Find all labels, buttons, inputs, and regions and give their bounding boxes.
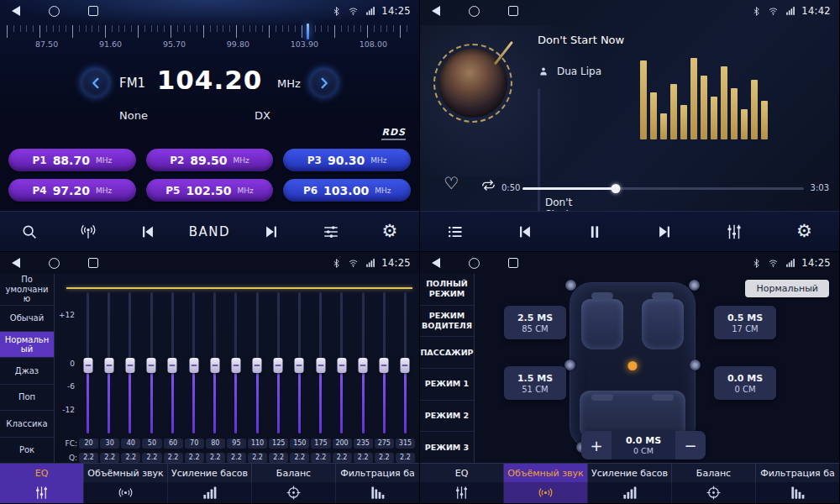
preset-button-p6[interactable]: P6103.00MHz [283, 179, 411, 202]
filter-icon[interactable] [756, 482, 839, 503]
back-icon[interactable] [432, 258, 440, 268]
preset-button-p3[interactable]: P390.30MHz [283, 149, 411, 171]
slider-knob[interactable] [295, 358, 304, 373]
balance-icon[interactable] [672, 482, 756, 503]
audio-tab-eq[interactable]: EQ [420, 464, 504, 482]
seek-up-button[interactable] [309, 68, 339, 97]
surround-speaker-icon[interactable] [504, 482, 588, 503]
slider-knob[interactable] [337, 358, 346, 373]
audio-tab-bass-boost[interactable]: Усиление басов [168, 464, 252, 482]
eq-band-slider-315[interactable] [395, 292, 416, 433]
back-icon[interactable] [12, 258, 20, 268]
previous-icon[interactable] [130, 214, 165, 249]
eq-band-slider-30[interactable] [98, 292, 119, 433]
slider-knob[interactable] [253, 358, 262, 373]
surround-mode-mode-3[interactable]: РЕЖИМ 3 [420, 432, 474, 464]
delay-increase-button[interactable]: + [581, 431, 612, 459]
back-icon[interactable] [432, 6, 440, 16]
surround-mode-full[interactable]: ПОЛНЫЙ РЕЖИМ [420, 274, 474, 306]
tune-sliders-icon[interactable] [313, 214, 349, 249]
preset-button-p4[interactable]: P497.20MHz [8, 179, 136, 202]
slider-knob[interactable] [189, 358, 198, 373]
eq-band-slider-275[interactable] [374, 292, 395, 433]
delay-card-rear-right[interactable]: 0.0 MS 0 CM [714, 366, 776, 400]
slider-knob[interactable] [359, 358, 368, 373]
preset-button-p1[interactable]: P188.70MHz [8, 149, 136, 171]
surround-mode-mode-1[interactable]: РЕЖИМ 1 [420, 369, 474, 401]
listening-position-dot[interactable] [628, 361, 638, 370]
eq-sliders-icon[interactable] [420, 482, 504, 503]
audio-tab-surround[interactable]: Объёмный звук [504, 464, 588, 482]
delay-card-front-right[interactable]: 0.5 MS 17 CM [714, 306, 776, 339]
eq-preset-default[interactable]: По умолчанию [0, 274, 54, 306]
audio-tab-eq[interactable]: EQ [0, 464, 84, 482]
bass-boost-icon[interactable] [588, 482, 672, 503]
surround-mode-mode-2[interactable]: РЕЖИМ 2 [420, 401, 474, 433]
slider-knob[interactable] [125, 358, 134, 373]
band-button[interactable]: BAND [189, 214, 230, 249]
slider-knob[interactable] [104, 358, 113, 373]
bass-boost-icon[interactable] [168, 482, 252, 503]
eq-preset-jazz[interactable]: Джаз [0, 358, 54, 384]
repeat-icon[interactable] [480, 177, 496, 197]
preset-button-p2[interactable]: P289.50MHz [146, 149, 274, 171]
eq-band-slider-235[interactable] [352, 292, 373, 433]
delay-decrease-button[interactable]: − [675, 431, 706, 459]
surround-speaker-icon[interactable] [84, 482, 168, 503]
audio-tab-balance[interactable]: Баланс [672, 464, 756, 482]
audio-tab-surround[interactable]: Объёмный звук [84, 464, 168, 482]
audio-tab-filter[interactable]: Фильтрация ба [336, 464, 419, 482]
slider-knob[interactable] [168, 358, 177, 373]
eq-band-slider-80[interactable] [204, 292, 225, 433]
delay-card-front-left[interactable]: 2.5 MS 85 CM [504, 306, 566, 339]
delay-card-rear-left[interactable]: 1.5 MS 51 CM [504, 366, 566, 400]
progress-bar[interactable] [522, 187, 804, 190]
tuning-pointer[interactable] [307, 24, 309, 39]
back-icon[interactable] [12, 6, 20, 16]
home-circle-icon[interactable] [49, 258, 60, 269]
audio-tab-bass-boost[interactable]: Усиление басов [588, 464, 672, 482]
eq-preset-classic[interactable]: Классика [0, 411, 54, 437]
balance-icon[interactable] [252, 482, 336, 503]
broadcast-icon[interactable] [71, 214, 106, 249]
recents-square-icon[interactable] [508, 258, 518, 268]
favorite-heart-icon[interactable]: ♡ [444, 175, 459, 192]
surround-mode-driver[interactable]: РЕЖИМ ВОДИТЕЛЯ [420, 306, 474, 338]
eq-band-slider-150[interactable] [289, 292, 310, 433]
previous-icon[interactable] [507, 214, 543, 249]
eq-band-slider-40[interactable] [119, 292, 140, 433]
slider-knob[interactable] [83, 358, 92, 373]
slider-knob[interactable] [274, 358, 283, 373]
filter-icon[interactable] [336, 482, 419, 503]
slider-knob[interactable] [210, 358, 219, 373]
eq-band-slider-60[interactable] [162, 292, 183, 433]
home-circle-icon[interactable] [49, 6, 60, 17]
surround-mode-passenger[interactable]: ПАССАЖИР [420, 337, 474, 369]
eq-band-slider-20[interactable] [77, 292, 98, 433]
eq-band-slider-125[interactable] [268, 292, 289, 433]
eq-band-slider-95[interactable] [225, 292, 246, 433]
pause-button[interactable] [577, 214, 612, 249]
progress-knob[interactable] [611, 184, 620, 193]
eq-sliders-icon[interactable] [717, 214, 752, 249]
slider-knob[interactable] [231, 358, 240, 373]
slider-knob[interactable] [380, 358, 389, 373]
preset-button-p5[interactable]: P5102.50MHz [146, 179, 274, 202]
search-icon[interactable] [12, 214, 47, 249]
slider-knob[interactable] [147, 358, 156, 373]
next-icon[interactable] [647, 214, 682, 249]
eq-preset-pop[interactable]: Поп [0, 385, 54, 411]
eq-band-slider-200[interactable] [331, 292, 352, 433]
eq-sliders-icon[interactable] [0, 482, 84, 503]
sound-profile-button[interactable]: Нормальный [745, 280, 829, 297]
audio-tab-balance[interactable]: Баланс [252, 464, 336, 482]
recents-square-icon[interactable] [508, 6, 518, 16]
recents-square-icon[interactable] [88, 258, 98, 268]
playlist-icon[interactable] [438, 214, 473, 249]
gear-icon[interactable]: ⚙ [372, 214, 407, 249]
next-icon[interactable] [254, 214, 289, 249]
eq-band-slider-110[interactable] [247, 292, 268, 433]
slider-knob[interactable] [401, 358, 410, 373]
eq-band-slider-175[interactable] [310, 292, 331, 433]
home-circle-icon[interactable] [469, 258, 480, 269]
